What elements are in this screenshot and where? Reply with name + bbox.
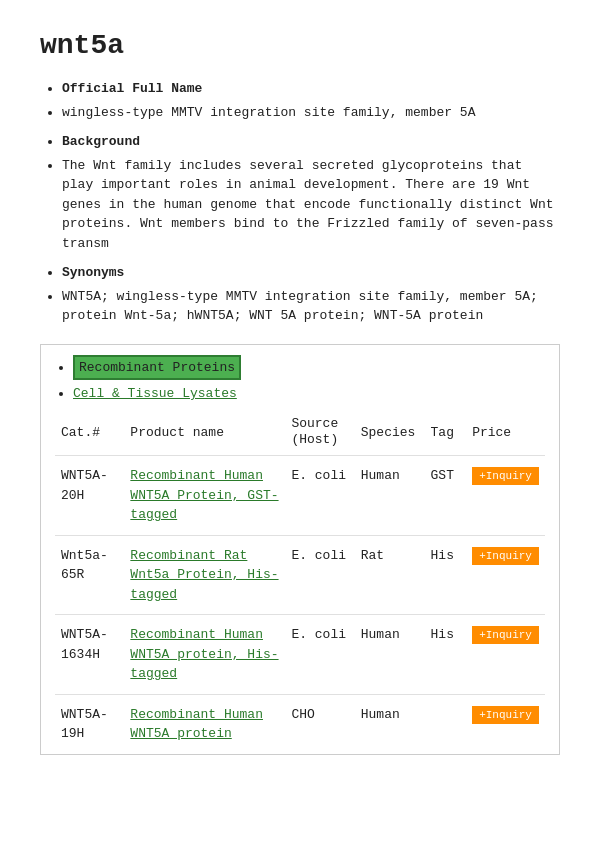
cell-cat: WNT5A-1634H [55, 615, 124, 695]
official-full-name-value: wingless-type MMTV integration site fami… [62, 105, 475, 120]
cell-price: +Inquiry [466, 615, 545, 695]
cell-source: E. coli [285, 535, 354, 615]
background-label: Background [62, 134, 140, 149]
product-box: Recombinant Proteins Cell & Tissue Lysat… [40, 344, 560, 755]
cell-species: Human [355, 615, 425, 695]
cell-price: +Inquiry [466, 535, 545, 615]
cell-name: Recombinant Human WNT5A Protein, GST-tag… [124, 456, 285, 536]
page-title: wnt5a [40, 30, 560, 61]
synonyms-content: WNT5A; wingless-type MMTV integration si… [62, 289, 538, 324]
table-row: WNT5A-20HRecombinant Human WNT5A Protein… [55, 456, 545, 536]
table-row: Wnt5a-65RRecombinant Rat Wnt5a Protein, … [55, 535, 545, 615]
cell-cat: Wnt5a-65R [55, 535, 124, 615]
cell-tag: His [425, 535, 467, 615]
product-table: Cat.# Product name Source(Host) Species … [55, 412, 545, 754]
recombinant-proteins-tab[interactable]: Recombinant Proteins [73, 355, 241, 381]
product-name-link[interactable]: Recombinant Human WNT5A Protein, GST-tag… [130, 468, 278, 522]
inquiry-button[interactable]: +Inquiry [472, 626, 539, 644]
cell-name: Recombinant Human WNT5A protein [124, 694, 285, 754]
official-full-name-label: Official Full Name [62, 81, 202, 96]
product-name-link[interactable]: Recombinant Rat Wnt5a Protein, His-tagge… [130, 548, 278, 602]
col-header-name: Product name [124, 412, 285, 456]
col-header-tag: Tag [425, 412, 467, 456]
cell-tag [425, 694, 467, 754]
product-name-link[interactable]: Recombinant Human WNT5A protein, His-tag… [130, 627, 278, 681]
cell-source: E. coli [285, 615, 354, 695]
col-header-source: Source(Host) [285, 412, 354, 456]
cell-tissue-lysates-tab[interactable]: Cell & Tissue Lysates [73, 386, 237, 401]
cell-species: Human [355, 456, 425, 536]
col-header-price: Price [466, 412, 545, 456]
table-row: WNT5A-19HRecombinant Human WNT5A protein… [55, 694, 545, 754]
cell-tag: His [425, 615, 467, 695]
product-name-link[interactable]: Recombinant Human WNT5A protein [130, 707, 263, 742]
cell-cat: WNT5A-20H [55, 456, 124, 536]
col-header-cat: Cat.# [55, 412, 124, 456]
cell-cat: WNT5A-19H [55, 694, 124, 754]
inquiry-button[interactable]: +Inquiry [472, 467, 539, 485]
cell-price: +Inquiry [466, 456, 545, 536]
background-content: The Wnt family includes several secreted… [62, 158, 553, 251]
inquiry-button[interactable]: +Inquiry [472, 547, 539, 565]
synonyms-label: Synonyms [62, 265, 124, 280]
cell-name: Recombinant Human WNT5A protein, His-tag… [124, 615, 285, 695]
cell-source: E. coli [285, 456, 354, 536]
cell-price: +Inquiry [466, 694, 545, 754]
cell-species: Human [355, 694, 425, 754]
cell-source: CHO [285, 694, 354, 754]
cell-name: Recombinant Rat Wnt5a Protein, His-tagge… [124, 535, 285, 615]
table-row: WNT5A-1634HRecombinant Human WNT5A prote… [55, 615, 545, 695]
inquiry-button[interactable]: +Inquiry [472, 706, 539, 724]
col-header-species: Species [355, 412, 425, 456]
cell-species: Rat [355, 535, 425, 615]
cell-tag: GST [425, 456, 467, 536]
